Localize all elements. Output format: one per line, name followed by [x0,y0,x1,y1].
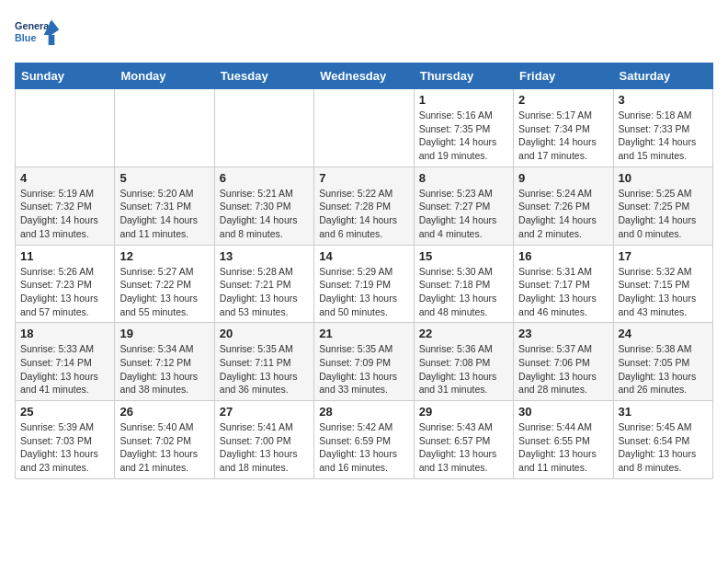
calendar-cell: 23Sunrise: 5:37 AMSunset: 7:06 PMDayligh… [514,323,613,401]
day-number: 3 [619,93,708,107]
day-info: Sunrise: 5:33 AMSunset: 7:14 PMDaylight:… [20,342,109,396]
day-info: Sunrise: 5:36 AMSunset: 7:08 PMDaylight:… [419,342,508,396]
calendar-cell: 6Sunrise: 5:21 AMSunset: 7:30 PMDaylight… [214,167,313,245]
calendar-table: SundayMondayTuesdayWednesdayThursdayFrid… [15,63,713,479]
day-info: Sunrise: 5:23 AMSunset: 7:27 PMDaylight:… [419,187,508,241]
day-info: Sunrise: 5:22 AMSunset: 7:28 PMDaylight:… [319,187,408,241]
calendar-cell: 31Sunrise: 5:45 AMSunset: 6:54 PMDayligh… [613,401,712,479]
day-info: Sunrise: 5:28 AMSunset: 7:21 PMDaylight:… [220,265,309,319]
day-info: Sunrise: 5:25 AMSunset: 7:25 PMDaylight:… [619,187,708,241]
day-info: Sunrise: 5:35 AMSunset: 7:11 PMDaylight:… [220,342,309,396]
day-number: 31 [619,405,708,419]
day-number: 29 [419,405,508,419]
day-info: Sunrise: 5:40 AMSunset: 7:02 PMDaylight:… [119,420,209,475]
day-number: 7 [319,171,408,185]
weekday-header-monday: Monday [115,63,214,89]
day-number: 4 [20,171,109,185]
calendar-cell: 20Sunrise: 5:35 AMSunset: 7:11 PMDayligh… [214,323,313,401]
day-number: 19 [119,327,209,340]
day-info: Sunrise: 5:43 AMSunset: 6:57 PMDaylight:… [419,420,508,475]
weekday-header-friday: Friday [514,63,613,89]
calendar-cell: 10Sunrise: 5:25 AMSunset: 7:25 PMDayligh… [613,167,712,245]
calendar-cell [214,89,313,167]
day-number: 25 [20,405,109,419]
calendar-cell: 13Sunrise: 5:28 AMSunset: 7:21 PMDayligh… [214,245,313,323]
day-number: 18 [20,327,109,340]
calendar-cell: 25Sunrise: 5:39 AMSunset: 7:03 PMDayligh… [16,401,115,479]
calendar-cell: 22Sunrise: 5:36 AMSunset: 7:08 PMDayligh… [414,323,513,401]
day-number: 16 [518,249,608,263]
day-info: Sunrise: 5:37 AMSunset: 7:06 PMDaylight:… [518,342,608,396]
page-header: GeneralBlue [15,15,713,52]
calendar-week-2: 4Sunrise: 5:19 AMSunset: 7:32 PMDaylight… [16,167,713,245]
calendar-cell: 18Sunrise: 5:33 AMSunset: 7:14 PMDayligh… [16,323,115,401]
day-number: 2 [518,93,608,107]
svg-text:Blue: Blue [15,32,36,43]
calendar-cell: 3Sunrise: 5:18 AMSunset: 7:33 PMDaylight… [613,89,712,167]
day-number: 28 [319,405,408,419]
day-number: 1 [419,93,508,107]
calendar-cell: 17Sunrise: 5:32 AMSunset: 7:15 PMDayligh… [613,245,712,323]
day-info: Sunrise: 5:45 AMSunset: 6:54 PMDaylight:… [619,420,708,475]
day-info: Sunrise: 5:30 AMSunset: 7:18 PMDaylight:… [419,265,508,319]
calendar-week-3: 11Sunrise: 5:26 AMSunset: 7:23 PMDayligh… [16,245,713,323]
calendar-week-4: 18Sunrise: 5:33 AMSunset: 7:14 PMDayligh… [16,323,713,401]
day-info: Sunrise: 5:41 AMSunset: 7:00 PMDaylight:… [220,420,309,475]
day-info: Sunrise: 5:38 AMSunset: 7:05 PMDaylight:… [619,342,708,396]
day-number: 23 [518,327,608,340]
day-number: 26 [119,405,209,419]
calendar-cell: 2Sunrise: 5:17 AMSunset: 7:34 PMDaylight… [514,89,613,167]
weekday-header-row: SundayMondayTuesdayWednesdayThursdayFrid… [16,63,713,89]
calendar-cell: 14Sunrise: 5:29 AMSunset: 7:19 PMDayligh… [314,245,414,323]
day-info: Sunrise: 5:39 AMSunset: 7:03 PMDaylight:… [20,420,109,475]
calendar-cell: 7Sunrise: 5:22 AMSunset: 7:28 PMDaylight… [314,167,414,245]
day-number: 13 [220,249,309,263]
calendar-cell [16,89,115,167]
weekday-header-thursday: Thursday [414,63,513,89]
day-info: Sunrise: 5:18 AMSunset: 7:33 PMDaylight:… [619,109,708,163]
day-number: 9 [518,171,608,185]
day-number: 10 [619,171,708,185]
calendar-cell: 16Sunrise: 5:31 AMSunset: 7:17 PMDayligh… [514,245,613,323]
day-info: Sunrise: 5:32 AMSunset: 7:15 PMDaylight:… [619,265,708,319]
day-number: 30 [518,405,608,419]
calendar-cell: 5Sunrise: 5:20 AMSunset: 7:31 PMDaylight… [115,167,214,245]
weekday-header-tuesday: Tuesday [214,63,313,89]
calendar-cell: 15Sunrise: 5:30 AMSunset: 7:18 PMDayligh… [414,245,513,323]
calendar-week-1: 1Sunrise: 5:16 AMSunset: 7:35 PMDaylight… [16,89,713,167]
calendar-cell: 24Sunrise: 5:38 AMSunset: 7:05 PMDayligh… [613,323,712,401]
calendar-week-5: 25Sunrise: 5:39 AMSunset: 7:03 PMDayligh… [16,401,713,479]
day-number: 5 [119,171,209,185]
calendar-cell: 21Sunrise: 5:35 AMSunset: 7:09 PMDayligh… [314,323,414,401]
day-info: Sunrise: 5:20 AMSunset: 7:31 PMDaylight:… [119,187,209,241]
day-number: 22 [419,327,508,340]
day-info: Sunrise: 5:21 AMSunset: 7:30 PMDaylight:… [220,187,309,241]
weekday-header-wednesday: Wednesday [314,63,414,89]
day-info: Sunrise: 5:35 AMSunset: 7:09 PMDaylight:… [319,342,408,396]
day-info: Sunrise: 5:34 AMSunset: 7:12 PMDaylight:… [119,342,209,396]
day-info: Sunrise: 5:29 AMSunset: 7:19 PMDaylight:… [319,265,408,319]
calendar-cell: 19Sunrise: 5:34 AMSunset: 7:12 PMDayligh… [115,323,214,401]
day-number: 21 [319,327,408,340]
day-info: Sunrise: 5:42 AMSunset: 6:59 PMDaylight:… [319,420,408,475]
calendar-cell: 12Sunrise: 5:27 AMSunset: 7:22 PMDayligh… [115,245,214,323]
calendar-cell: 26Sunrise: 5:40 AMSunset: 7:02 PMDayligh… [115,401,214,479]
day-info: Sunrise: 5:17 AMSunset: 7:34 PMDaylight:… [518,109,608,163]
day-info: Sunrise: 5:27 AMSunset: 7:22 PMDaylight:… [119,265,209,319]
day-number: 17 [619,249,708,263]
calendar-cell: 9Sunrise: 5:24 AMSunset: 7:26 PMDaylight… [514,167,613,245]
calendar-cell: 29Sunrise: 5:43 AMSunset: 6:57 PMDayligh… [414,401,513,479]
day-info: Sunrise: 5:31 AMSunset: 7:17 PMDaylight:… [518,265,608,319]
weekday-header-saturday: Saturday [613,63,712,89]
calendar-cell: 11Sunrise: 5:26 AMSunset: 7:23 PMDayligh… [16,245,115,323]
calendar-cell: 8Sunrise: 5:23 AMSunset: 7:27 PMDaylight… [414,167,513,245]
day-number: 6 [220,171,309,185]
calendar-cell: 30Sunrise: 5:44 AMSunset: 6:55 PMDayligh… [514,401,613,479]
calendar-cell: 27Sunrise: 5:41 AMSunset: 7:00 PMDayligh… [214,401,313,479]
day-number: 11 [20,249,109,263]
day-info: Sunrise: 5:44 AMSunset: 6:55 PMDaylight:… [518,420,608,475]
day-number: 27 [220,405,309,419]
day-number: 15 [419,249,508,263]
day-number: 20 [220,327,309,340]
calendar-cell [115,89,214,167]
